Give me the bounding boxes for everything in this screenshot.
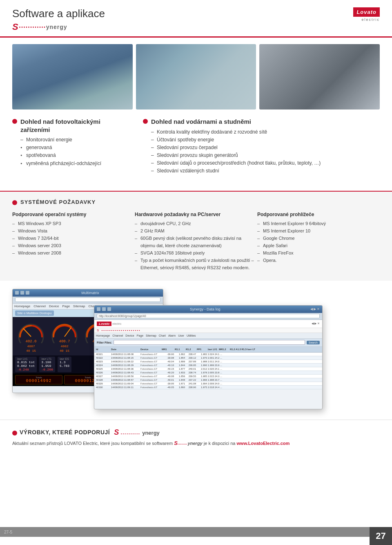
list-item: Sledování údajů o procesech/prostředích … <box>151 159 380 167</box>
footer-synergy-s-inline: S <box>174 440 178 446</box>
value-box-3: Iavr ES 1.3 5.783 <box>58 357 71 372</box>
cell-r11: 1.899 <box>175 360 185 363</box>
list-item: Sledování provozu čerpadel <box>151 144 380 152</box>
url-input[interactable] <box>15 297 160 302</box>
footer-synergy-logo: S •••••••••• ynergy <box>114 428 160 437</box>
window-title-text: Multimatrix <box>20 291 160 295</box>
sysreq-grid: Podporované operační systémy MS Windows … <box>12 212 380 272</box>
filter-button[interactable]: Search <box>307 341 320 344</box>
col-head-r11: R1.1 <box>175 348 185 351</box>
cell-device: Fotovoltaics ET <box>140 357 161 359</box>
lovato-bar: Lovato electric ◀ ▶ ✕ <box>94 320 322 328</box>
cell-more: 2.011 24.0 ... <box>208 360 321 363</box>
data-menu-bar: Homepage Channel Device Page Sitemap Cha… <box>94 333 322 339</box>
gauge-2: 400.7 4002 40 15 <box>49 319 80 353</box>
cell-mr1: -40.05 <box>162 386 174 389</box>
cell-pp1: 1.988 <box>197 360 207 363</box>
window-titlebar: Multimatrix <box>13 289 163 297</box>
cell-mr1: -40.15 <box>162 368 174 370</box>
data-win-btn-min[interactable] <box>97 307 100 311</box>
synergy-logo-header: S •••••••••••• ynergy <box>12 22 105 32</box>
screenshots-area: Multimatrix Homepage Channel Device Page… <box>12 289 380 411</box>
cell-date: 14/08/2013 11:09:11 <box>111 386 140 389</box>
menu-item-us[interactable]: User <box>178 334 184 337</box>
list-item: Kontrola kvality elektřiny dodávané z ro… <box>151 128 380 136</box>
menu-item-al[interactable]: Alarm <box>168 334 176 337</box>
data-url-input[interactable]: http://localhost:8080/group/1/page/40 <box>97 314 320 318</box>
cell-id: 40330 <box>96 386 110 389</box>
cell-date: 14/08/2013 11:08:29 <box>111 364 140 366</box>
footer-synergy-ynergy-inline: ynergy <box>188 441 203 446</box>
nav-arrows[interactable]: ◀ ▶ ✕ <box>312 322 320 325</box>
col-head-lv1: Iavr LV1 <box>208 348 218 351</box>
menu-item[interactable]: Page <box>62 304 70 308</box>
cell-device: Fotovoltaics ET <box>140 368 161 370</box>
cell-mr1: -40.08 <box>162 375 174 377</box>
lovato-logo-area: Lovato electric <box>353 7 380 22</box>
value-num-2: 3.198 <box>41 360 53 364</box>
cell-pp1: 1.970 <box>197 357 207 359</box>
cell-date: 14/08/2013 11:09:04 <box>111 382 140 385</box>
footer-link[interactable]: www.LovatoElectric.com <box>237 441 290 446</box>
breadcrumb-item[interactable]: Site o Multibox Dostupu <box>15 310 54 316</box>
page-number-area: 27-5 27 <box>0 527 392 545</box>
data-win-controls: ◀ ▶ ✕ <box>310 307 320 311</box>
cell-device: Fotovoltaics ET <box>140 353 161 355</box>
data-table-body: 40321 14/08/2013 11:08:08 Fotovoltaics E… <box>94 353 322 409</box>
section-list-fotovoltaic: Monitorování energie generovaná spotřebo… <box>12 136 127 168</box>
list-item: Windows 7 32/64-bit <box>12 235 135 242</box>
filter-input[interactable] <box>114 340 305 345</box>
cell-r12: 236.95 <box>186 364 196 366</box>
footer-bullet <box>12 431 17 436</box>
cell-date: 14/08/2013 11:08:15 <box>111 357 140 359</box>
main-content: Dohled nad fotovoltaickými zařízeními Mo… <box>0 44 392 183</box>
table-row: 40325 14/08/2013 11:08:36 Fotovoltaics E… <box>94 367 322 371</box>
cell-r11: 1.854 <box>175 357 185 359</box>
list-item: MS Internet Explorer 9 64bitový <box>257 220 380 227</box>
data-url-bar[interactable]: http://localhost:8080/group/1/page/40 <box>94 313 322 320</box>
table-row: 40323 14/08/2013 11:08:22 Fotovoltaics E… <box>94 360 322 364</box>
footer-synergy-ynergy: ynergy <box>142 430 160 436</box>
menu-item-home[interactable]: Homepage <box>96 334 110 337</box>
menu-item-util[interactable]: Utilities <box>187 334 196 337</box>
hero-image-solar <box>12 44 133 109</box>
value-num-2c: -0.200 <box>41 368 53 371</box>
win-btn-min[interactable] <box>15 291 19 295</box>
footer-title: VÝROBKY, KTERÉ PODPORUJÍ <box>20 429 110 436</box>
cell-r12: 239.55 <box>186 375 196 377</box>
data-rows: 40321 14/08/2013 11:08:08 Fotovoltaics E… <box>94 353 322 389</box>
menu-item-st[interactable]: Sitemap <box>146 334 156 337</box>
table-row: 40330 14/08/2013 11:09:11 Fotovoltaics E… <box>94 386 322 389</box>
cell-device: Fotovoltaics ET <box>140 386 161 389</box>
cell-r11: 1.856 <box>175 375 185 377</box>
menu-item-pg[interactable]: Page <box>137 334 143 337</box>
menu-item[interactable]: Sitemap <box>73 304 85 308</box>
list-item: 60GB pevný disk (velikost pevného disku … <box>135 235 257 249</box>
url-bar[interactable] <box>13 297 163 304</box>
table-row: 40327 14/08/2013 11:08:50 Fotovoltaics E… <box>94 375 322 378</box>
cell-device: Fotovoltaics ET <box>140 360 161 363</box>
synergy-dots-bar: S •••••••••••••••••••• <box>94 328 322 333</box>
list-item: Apple Safari <box>257 242 380 249</box>
cell-date: 14/08/2013 11:08:43 <box>111 371 140 374</box>
menu-item[interactable]: Device <box>49 304 59 308</box>
cell-pp1: 1.978 <box>197 371 207 374</box>
menu-item-ch2[interactable]: Chart <box>159 334 166 337</box>
col-head-mr1: MR1 <box>162 348 174 351</box>
value-num-3b: 5.783 <box>60 364 69 368</box>
cell-r11: 1.860 <box>175 386 185 389</box>
cell-r12: 238.74 <box>186 371 196 374</box>
svg-line-1 <box>23 328 31 337</box>
svg-text:400.7: 400.7 <box>59 340 70 343</box>
synergy-dots: •••••••••••• <box>19 25 46 29</box>
value-label-1: Iavr LV1 <box>17 357 35 360</box>
gauge-svg-2: 400.7 <box>49 319 80 343</box>
cell-pp1: 1.975 <box>197 386 207 389</box>
menu-item-dev[interactable]: Device <box>125 334 134 337</box>
gauge-1: 402.0 4007 40 15 <box>15 319 47 353</box>
menu-item[interactable]: Channel <box>33 304 46 308</box>
list-item: generovaná <box>20 144 127 152</box>
menu-item-ch[interactable]: Channel <box>112 334 123 337</box>
col-head-mr12: MR1.2 <box>219 348 229 351</box>
menu-item[interactable]: Homepage <box>14 304 30 308</box>
